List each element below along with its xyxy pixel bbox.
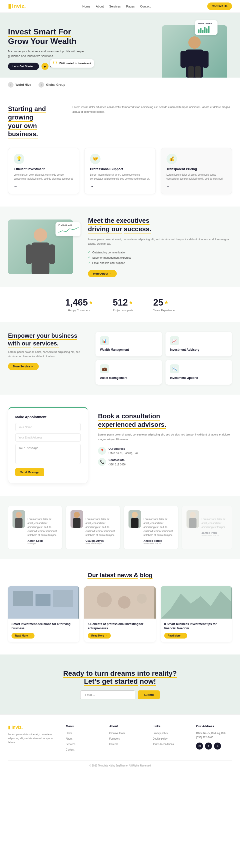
growing-heading: Starting and growing your own business. <box>8 105 62 138</box>
person-svg-1 <box>71 510 83 528</box>
services-grid: 📊 Wealth Management 📈 Investment Advisor… <box>96 332 232 384</box>
footer-link-services[interactable]: Services <box>66 743 75 746</box>
svg-rect-7 <box>31 243 49 274</box>
footer-copyright: © 2023 Template Kit by JegTheme. All Rig… <box>8 761 232 767</box>
star-icon-2: ★ <box>164 300 168 305</box>
svg-point-6 <box>34 228 47 242</box>
testimonial-photo-2 <box>129 510 141 528</box>
stat-projects-value: 512 ★ <box>113 297 133 308</box>
read-more-button-2[interactable]: Read More → <box>164 633 187 639</box>
social-facebook-icon[interactable]: f <box>205 743 212 749</box>
hero-content: Invest Smart For Grow Your Wealth Maximi… <box>8 27 93 78</box>
footer-about-link-2[interactable]: Careers <box>109 743 118 746</box>
cta-form: Submit <box>8 690 232 700</box>
services-heading: Empower your business with our services. <box>8 332 83 347</box>
footer-about-link-0[interactable]: Creative team <box>109 732 125 735</box>
growing-right: Lorem ipsum dolor sit amet, consectetur … <box>73 105 232 114</box>
nav-pages[interactable]: Pages <box>126 5 135 8</box>
growing-left: Starting and growing your own business. <box>8 105 62 141</box>
blog-card-0: Business Smart investment decisions for … <box>8 586 79 642</box>
options-icon: 📉 <box>170 364 179 373</box>
cta-heading: Ready to turn dreams into reality? Let's… <box>8 670 232 685</box>
blog-title-2: 8 Smart business investment tips for fin… <box>164 622 229 630</box>
more-about-button[interactable]: More About → <box>88 270 117 277</box>
service-title-3: Investment Options <box>170 376 228 380</box>
footer-link-about[interactable]: About <box>66 737 72 740</box>
footer-policy-link-2[interactable]: Terms & conditions <box>153 743 174 746</box>
footer-links-col: Links Privacy policy Cookie policy Terms… <box>153 724 189 753</box>
hero-description: Maximize your business and investment pr… <box>8 49 93 59</box>
svg-rect-9 <box>49 244 55 264</box>
card-arrow-0[interactable]: → <box>14 184 74 188</box>
copyright-text: © 2023 Template Kit by JegTheme. All Rig… <box>89 764 151 767</box>
service-title-1: Investment Advisory <box>170 348 228 352</box>
quote-icon-1: " <box>85 510 115 516</box>
navbar: ▮ Inviz. Home About Services Pages Conta… <box>0 0 240 13</box>
blog-body-0: Smart investment decisions for a thrivin… <box>8 619 79 642</box>
svg-rect-8 <box>26 244 32 264</box>
projects-label: Project complete <box>113 309 133 312</box>
footer-link-contact[interactable]: Contact <box>66 748 74 751</box>
read-more-button-1[interactable]: Read More → <box>88 633 111 639</box>
testimonial-role-extra: Investment Sector <box>202 534 228 537</box>
send-message-button[interactable]: Send Message <box>15 468 44 476</box>
cta-highlight: now! <box>140 677 156 686</box>
message-textarea[interactable] <box>15 444 81 464</box>
contact-text: (336) 212-3466 <box>108 463 126 466</box>
read-more-button-0[interactable]: Read More → <box>11 633 34 639</box>
more-service-button[interactable]: More Service → <box>8 363 39 370</box>
exec-content: Meet the executives driving our success.… <box>88 217 232 277</box>
social-email-icon[interactable]: ✉ <box>196 743 203 749</box>
svg-rect-4 <box>188 66 194 78</box>
efficient-icon: 💡 <box>14 154 24 164</box>
bar-4 <box>204 27 206 33</box>
service-title-0: Wealth Management <box>100 348 158 352</box>
services-highlight: services. <box>33 340 59 347</box>
blog-title-0: Smart investment decisions for a thrivin… <box>11 622 76 630</box>
quote-icon-2: " <box>143 510 174 516</box>
executives-section: Profile Growth Meet the executives drivi… <box>0 207 240 287</box>
badge-text: 100% trusted to Investment <box>58 62 91 65</box>
address-row: 📍 Our Address Office No.75, Badung, Bali <box>98 447 232 455</box>
exec-heading: Meet the executives driving our success. <box>88 217 232 234</box>
nav-contact[interactable]: Contact <box>140 5 151 8</box>
svg-rect-19 <box>13 591 33 606</box>
footer-policy-link-0[interactable]: Privacy policy <box>153 732 168 735</box>
hero-chart-card: Profile Growth <box>195 20 217 35</box>
card-support: 🤝 Professional Support Lorem ipsum dolor… <box>84 148 156 194</box>
nav-home[interactable]: Home <box>82 5 90 8</box>
card-arrow-1[interactable]: → <box>90 184 150 188</box>
social-twitter-icon[interactable]: 𝕏 <box>214 743 221 749</box>
blog-image-2: Finance <box>161 586 232 619</box>
cta-submit-button[interactable]: Submit <box>138 690 160 700</box>
nav-about[interactable]: About <box>96 5 104 8</box>
exec-checklist: Outstanding communication Superior manag… <box>88 250 232 266</box>
partners-bar: ● Wolrd Hive ● Global Group <box>0 78 240 92</box>
footer-links-title: Links <box>153 724 189 728</box>
blog-body-1: 5 Benefits of professional investing for… <box>84 619 156 642</box>
nav-contact-button[interactable]: Contact Us <box>207 2 232 10</box>
blog-body-2: 8 Smart business investment tips for fin… <box>161 619 232 642</box>
card-title-2: Transparent Pricing <box>166 167 226 171</box>
service-title-2: Asset Management <box>100 376 158 380</box>
logo-icon: ▮ <box>8 3 11 9</box>
card-desc-0: Lorem ipsum dolor sit amet, commodo cons… <box>14 173 74 181</box>
testimonial-photo-1 <box>71 510 83 528</box>
footer-link-home[interactable]: Home <box>66 732 73 735</box>
exec-line1: Meet the executives <box>88 217 150 225</box>
testimonial-content-extra: " Lorem ipsum dolor sit amet, consectetu… <box>202 510 228 537</box>
cta-email-input[interactable] <box>80 690 135 700</box>
nav-services[interactable]: Services <box>109 5 121 8</box>
get-started-button[interactable]: Let's Get Started <box>8 63 39 70</box>
name-input[interactable] <box>15 423 81 431</box>
footer-policy-link-1[interactable]: Cookie policy <box>153 737 167 740</box>
services-line1: Empower your business <box>8 332 77 340</box>
partner-dot-2: ● <box>38 82 44 88</box>
testimonial-1: " Lorem ipsum dolor sit amet, consectetu… <box>66 506 120 549</box>
email-input[interactable] <box>15 434 81 441</box>
footer-about-link-1[interactable]: Founders <box>109 737 120 740</box>
testimonial-role-1: Financial Analyst <box>85 542 115 545</box>
card-arrow-2[interactable]: → <box>166 184 226 188</box>
service-asset: 💼 Asset Management <box>96 360 162 384</box>
svg-point-0 <box>188 36 201 49</box>
